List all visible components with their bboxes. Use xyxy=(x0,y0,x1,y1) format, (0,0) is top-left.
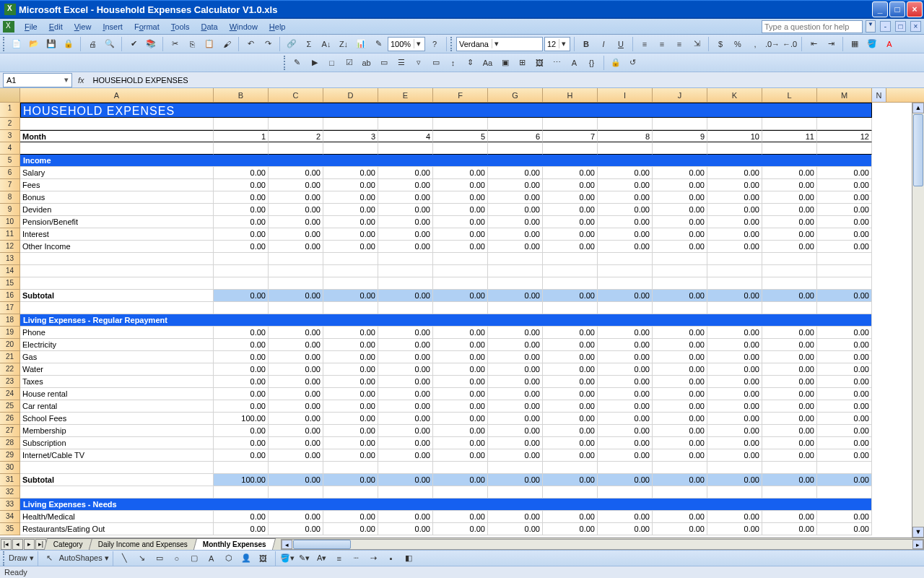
decrease-indent-icon[interactable]: ⇤ xyxy=(806,36,821,52)
research-icon[interactable]: 📚 xyxy=(143,36,159,52)
cell[interactable]: Subtotal xyxy=(20,290,214,302)
col-header-K[interactable]: K xyxy=(707,88,762,102)
cell[interactable] xyxy=(433,118,488,130)
cell[interactable]: 0.00 xyxy=(653,216,707,228)
cell[interactable]: 0.00 xyxy=(653,191,707,204)
cell[interactable] xyxy=(762,302,817,314)
cell[interactable]: 0.00 xyxy=(707,449,762,462)
cell[interactable] xyxy=(269,118,323,130)
cell[interactable]: 0.00 xyxy=(598,376,653,388)
cell[interactable]: 4 xyxy=(378,130,433,142)
scroll-up-icon[interactable]: ▲ xyxy=(912,103,924,113)
row-header[interactable]: 10 xyxy=(0,216,20,228)
cell[interactable]: 0.00 xyxy=(323,241,378,253)
scroll-down-icon[interactable]: ▼ xyxy=(912,527,924,538)
row-header[interactable]: 18 xyxy=(0,314,20,327)
increase-decimal-icon[interactable]: .0→ xyxy=(764,36,780,52)
cell[interactable]: 0.00 xyxy=(378,523,433,535)
menu-format[interactable]: Format xyxy=(128,21,165,33)
cell[interactable] xyxy=(653,118,707,130)
cell[interactable] xyxy=(762,462,817,474)
cell[interactable]: 0.00 xyxy=(488,327,543,339)
sort-asc-icon[interactable]: A↓ xyxy=(318,36,334,52)
cell[interactable]: 0.00 xyxy=(598,167,653,179)
help-dropdown[interactable]: ▼ xyxy=(866,20,876,33)
cell[interactable] xyxy=(323,118,378,130)
cell[interactable] xyxy=(653,253,707,265)
menu-data[interactable]: Data xyxy=(195,21,223,33)
cell[interactable]: House rental xyxy=(20,388,214,400)
row-header[interactable]: 17 xyxy=(0,302,20,314)
cell[interactable]: 10 xyxy=(707,130,762,142)
cell[interactable]: 0.00 xyxy=(378,376,433,388)
cell[interactable]: 0.00 xyxy=(433,437,488,449)
clipart-icon[interactable]: 👤 xyxy=(238,551,254,566)
cell[interactable]: 0.00 xyxy=(214,339,269,351)
cell[interactable]: 0.00 xyxy=(214,400,269,413)
cell[interactable]: 0.00 xyxy=(707,204,762,216)
cell[interactable]: 0.00 xyxy=(214,167,269,179)
cell[interactable]: 0.00 xyxy=(762,388,817,400)
cell[interactable]: 0.00 xyxy=(488,425,543,437)
cell[interactable]: 0.00 xyxy=(378,351,433,363)
cell[interactable]: 0.00 xyxy=(598,339,653,351)
form-toggle-icon[interactable]: ⊞ xyxy=(515,55,531,71)
cell[interactable]: 0.00 xyxy=(488,413,543,425)
cell[interactable]: Electricity xyxy=(20,339,214,351)
cell[interactable]: 0.00 xyxy=(488,511,543,523)
cell[interactable] xyxy=(323,253,378,265)
form-list-icon[interactable]: ☰ xyxy=(393,55,409,71)
cell[interactable]: Subscription xyxy=(20,437,214,449)
cell[interactable]: 0.00 xyxy=(598,216,653,228)
cell[interactable] xyxy=(488,118,543,130)
cell[interactable]: 5 xyxy=(433,130,488,142)
cell[interactable] xyxy=(378,462,433,474)
cell[interactable]: 0.00 xyxy=(707,388,762,400)
drawing-icon[interactable]: ✎ xyxy=(370,36,386,52)
cell[interactable]: Car rental xyxy=(20,400,214,413)
cell[interactable]: 0.00 xyxy=(433,241,488,253)
cell[interactable]: 0.00 xyxy=(433,474,488,486)
cell[interactable]: 9 xyxy=(653,130,707,142)
cell[interactable]: 0.00 xyxy=(323,191,378,204)
row-header[interactable]: 15 xyxy=(0,277,20,290)
cell[interactable] xyxy=(20,462,214,474)
cell[interactable]: 0.00 xyxy=(817,241,872,253)
cell[interactable]: 0.00 xyxy=(269,339,323,351)
name-box[interactable]: A1▾ xyxy=(3,73,72,87)
cell[interactable]: 0.00 xyxy=(707,425,762,437)
grid-body[interactable]: 1HOUSEHOLD EXPENSES23Month12345678910111… xyxy=(0,103,924,538)
font-combo[interactable]: Verdana▾ xyxy=(456,37,543,51)
cell[interactable]: 0.00 xyxy=(214,228,269,241)
cell[interactable] xyxy=(269,142,323,155)
cell[interactable]: 0.00 xyxy=(817,167,872,179)
autosum-icon[interactable]: Σ xyxy=(301,36,317,52)
cell[interactable] xyxy=(433,302,488,314)
cell[interactable]: 0.00 xyxy=(269,191,323,204)
cell[interactable]: 0.00 xyxy=(433,511,488,523)
menu-window[interactable]: Window xyxy=(224,21,263,33)
cell[interactable]: 0.00 xyxy=(817,339,872,351)
help-icon[interactable]: ? xyxy=(427,36,443,52)
cell[interactable]: 0.00 xyxy=(653,351,707,363)
cell[interactable]: 0.00 xyxy=(707,290,762,302)
cell[interactable]: 0.00 xyxy=(323,474,378,486)
close-button[interactable]: × xyxy=(907,1,923,17)
cell[interactable]: 0.00 xyxy=(543,523,598,535)
cell[interactable]: Membership xyxy=(20,425,214,437)
row-header[interactable]: 25 xyxy=(0,400,20,413)
cell[interactable]: 0.00 xyxy=(269,179,323,191)
cell[interactable]: 0.00 xyxy=(653,204,707,216)
cell[interactable]: 0.00 xyxy=(762,474,817,486)
merge-center-icon[interactable]: ⇲ xyxy=(689,36,705,52)
cell[interactable]: 0.00 xyxy=(269,327,323,339)
cell[interactable]: 0.00 xyxy=(762,339,817,351)
toolbar-handle-3[interactable] xyxy=(284,56,287,70)
align-left-icon[interactable]: ≡ xyxy=(637,36,653,52)
bold-icon[interactable]: B xyxy=(578,36,594,52)
cell[interactable]: 0.00 xyxy=(378,437,433,449)
cell[interactable]: 0.00 xyxy=(323,228,378,241)
cell[interactable]: 0.00 xyxy=(707,413,762,425)
cell[interactable]: 0.00 xyxy=(269,167,323,179)
cell[interactable] xyxy=(598,118,653,130)
